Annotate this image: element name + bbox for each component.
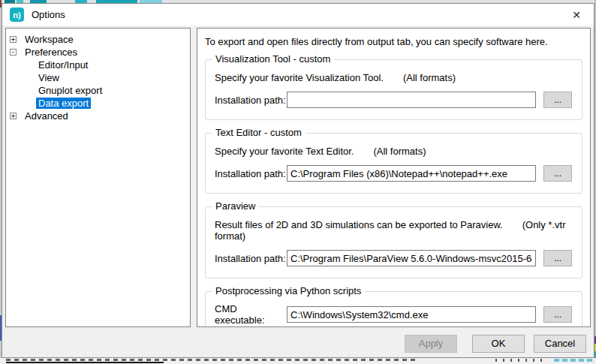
visualization-tool-path-input[interactable] [287,92,536,108]
text-editor-path-input[interactable] [287,165,536,182]
options-dialog: n) Options ✕ + Workspace - Preferences E… [2,3,594,358]
dialog-title: Options [32,9,65,20]
close-button[interactable]: ✕ [559,4,594,26]
tree-item-label: Gnuplot export [36,85,104,96]
field-row: Installation path: ... [213,92,574,108]
browse-button[interactable]: ... [543,306,572,323]
ok-button[interactable]: OK [472,335,525,353]
tree-item-advanced[interactable]: + Advanced [6,110,190,122]
tree-item-preferences[interactable]: - Preferences [6,46,190,59]
intro-text: To export and open files directly from o… [205,36,584,47]
group-description: Specify your favorite Visualization Tool… [215,72,574,83]
formats-hint: (All formats) [373,146,426,157]
tree-item-workspace[interactable]: + Workspace [6,33,190,46]
titlebar[interactable]: n) Options ✕ [2,4,594,26]
installation-path-label: Installation path: [215,95,287,106]
apply-button[interactable]: Apply [405,335,457,353]
installation-path-label: Installation path: [215,253,287,264]
installation-path-label: Installation path: [215,168,287,179]
group-title: Visualization Tool - custom [212,53,334,65]
background-text-fragment [6,359,419,361]
tree-item-view[interactable]: View [6,71,190,84]
tree-item-label: Preferences [23,47,80,58]
background-fragment [554,359,593,362]
expand-icon[interactable]: + [10,113,17,119]
background-fragment [6,362,164,363]
group-description: Specify your favorite Text Editor.(All f… [215,146,574,157]
tree-item-label: Data export [36,98,91,109]
dialog-footer: Apply OK Cancel [2,329,594,357]
field-row: Installation path: ... [213,250,574,266]
group-description: Result files of 2D and 3D simulations ca… [215,219,574,242]
group-postprocessing-python: Postprocessing via Python scripts CMD ex… [205,291,582,327]
expand-icon[interactable]: + [10,36,17,43]
tree-item-label: Editor/Input [36,59,91,71]
tree-item-label: Workspace [23,34,76,45]
tree-item-gnuplot-export[interactable]: Gnuplot export [6,84,190,97]
cmd-executable-input[interactable] [287,306,536,323]
group-visualization-tool: Visualization Tool - custom Specify your… [205,59,582,120]
field-row: Installation path: ... [213,165,574,182]
group-text-editor: Text Editor - custom Specify your favori… [205,133,582,194]
group-title: Text Editor - custom [212,127,306,138]
formats-hint: (All formats) [403,72,456,83]
field-row: CMD executable: ... [213,303,574,326]
background-fragment [495,359,548,362]
paraview-path-input[interactable] [287,250,536,266]
browse-button[interactable]: ... [543,165,572,182]
browse-button[interactable]: ... [543,92,572,108]
data-export-settings-panel: To export and open files directly from o… [197,28,591,327]
group-title: Paraview [212,200,259,212]
tree-item-data-export[interactable]: Data export [6,97,190,110]
dialog-client-area: + Workspace - Preferences Editor/Input V… [2,26,594,329]
browse-button[interactable]: ... [543,250,572,266]
screen: n) Options ✕ + Workspace - Preferences E… [0,0,596,364]
tree-item-label: View [36,72,62,83]
description-text: Specify your favorite Text Editor. [215,146,354,157]
description-text: Specify your favorite Visualization Tool… [215,72,384,83]
close-icon: ✕ [572,9,581,21]
nextnano-logo-icon: n) [10,8,24,22]
background-window-sliver-bottom [0,358,596,364]
cancel-button[interactable]: Cancel [534,335,586,353]
collapse-icon[interactable]: - [10,49,17,56]
tree-item-label: Advanced [23,110,71,122]
group-title: Postprocessing via Python scripts [212,285,365,296]
tree-item-editor-input[interactable]: Editor/Input [6,59,190,71]
settings-tree: + Workspace - Preferences Editor/Input V… [5,28,191,327]
group-paraview: Paraview Result files of 2D and 3D simul… [205,206,582,278]
description-text: Result files of 2D and 3D simulations ca… [215,219,503,230]
cmd-executable-label: CMD executable: [215,303,287,326]
